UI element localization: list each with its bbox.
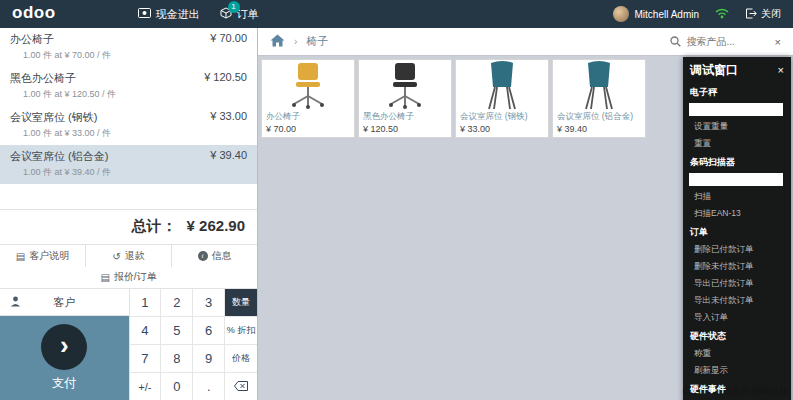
product-card[interactable]: 办公椅子 ¥ 70.00: [261, 59, 355, 138]
breadcrumb: › 椅子 ×: [258, 28, 793, 56]
avatar: [613, 6, 629, 22]
home-icon[interactable]: [270, 33, 285, 51]
total-value: ¥ 262.90: [187, 217, 245, 234]
numpad-key-2[interactable]: 2: [161, 289, 193, 317]
product-price: ¥ 33.00: [456, 123, 548, 137]
numpad-mode-discount[interactable]: % 折扣: [225, 317, 257, 345]
delete-paid-orders-button[interactable]: 删除已付款订单: [683, 241, 791, 258]
numpad-key-9[interactable]: 9: [193, 345, 225, 373]
numpad-key-6[interactable]: 6: [193, 317, 225, 345]
numpad-mode-price[interactable]: 价格: [225, 345, 257, 373]
numpad-key-8[interactable]: 8: [161, 345, 193, 373]
line-detail: 1.00 件 at ¥ 120.50 / 件: [10, 88, 247, 101]
product-card[interactable]: 会议室席位 (铝合金) ¥ 39.40: [552, 59, 646, 138]
numpad-key-0[interactable]: 0: [161, 373, 193, 400]
search-input[interactable]: [687, 36, 769, 47]
refund-icon: ↺: [112, 251, 120, 262]
close-session-button[interactable]: 关闭: [745, 7, 781, 21]
numpad: 1 2 3 数量 4 5 6 % 折扣 7 8 9 价格 +/- 0 .: [129, 289, 258, 400]
debug-window: 调试窗口 × 电子秤 设置重量 重置 条码扫描器 扫描 扫描EAN-13 订单 …: [683, 57, 791, 400]
breadcrumb-separator-icon: ›: [294, 36, 297, 47]
debug-close-icon[interactable]: ×: [778, 65, 784, 76]
scan-button[interactable]: 扫描: [683, 188, 791, 205]
product-searchbox: ×: [670, 33, 781, 51]
debug-section-barcode-scanner: 条码扫描器: [683, 152, 791, 171]
order-line[interactable]: 办公椅子¥ 70.00 1.00 件 at ¥ 70.00 / 件: [0, 28, 257, 67]
product-image-conference-chair-aluminium: [553, 60, 645, 111]
product-price: ¥ 39.40: [553, 123, 645, 137]
order-line[interactable]: 黑色办公椅子¥ 120.50 1.00 件 at ¥ 120.50 / 件: [0, 67, 257, 106]
orders-button[interactable]: 1 订单: [220, 7, 259, 22]
line-price: ¥ 39.40: [210, 149, 247, 164]
line-detail: 1.00 件 at ¥ 39.40 / 件: [10, 166, 247, 179]
order-line[interactable]: 会议室席位 (钢铁)¥ 33.00 1.00 件 at ¥ 33.00 / 件: [0, 106, 257, 145]
customer-note-icon: ▤: [16, 251, 25, 262]
customer-note-button[interactable]: ▤ 客户说明: [0, 245, 85, 267]
customer-button[interactable]: 客户: [0, 289, 129, 316]
info-button[interactable]: i 信息: [171, 245, 257, 267]
numpad-backspace-button[interactable]: [225, 373, 257, 400]
numpad-mode-quantity[interactable]: 数量: [225, 289, 257, 317]
line-price: ¥ 120.50: [204, 71, 247, 86]
line-product-name: 黑色办公椅子: [10, 71, 76, 86]
product-price: ¥ 70.00: [262, 123, 354, 137]
export-unpaid-orders-button[interactable]: 导出未付款订单: [683, 292, 791, 309]
debug-section-orders: 订单: [683, 222, 791, 241]
refund-button[interactable]: ↺ 退款: [85, 245, 171, 267]
numpad-key-7[interactable]: 7: [130, 345, 162, 373]
backspace-icon: [234, 379, 248, 394]
order-total: 总计：¥ 262.90: [0, 209, 257, 244]
import-orders-button[interactable]: 导入订单: [683, 309, 791, 326]
quotation-order-icon: ▤: [100, 272, 109, 283]
numpad-key-1[interactable]: 1: [130, 289, 162, 317]
set-weight-button[interactable]: 设置重量: [683, 118, 791, 135]
numpad-key-plus-minus[interactable]: +/-: [130, 373, 162, 400]
search-clear-icon[interactable]: ×: [775, 36, 781, 48]
pay-arrow-icon: ›: [41, 324, 87, 370]
product-card[interactable]: 会议室席位 (钢铁) ¥ 33.00: [455, 59, 549, 138]
info-icon: i: [198, 251, 208, 261]
line-price: ¥ 70.00: [210, 32, 247, 47]
line-product-name: 办公椅子: [10, 32, 54, 47]
product-image-black-office-chair: [359, 60, 451, 111]
user-name: Mitchell Admin: [635, 9, 699, 20]
debug-section-hardware-events: 硬件事件: [683, 379, 791, 398]
weighing-status[interactable]: 称重: [683, 345, 791, 362]
line-price: ¥ 33.00: [210, 110, 247, 125]
breadcrumb-category[interactable]: 椅子: [306, 34, 328, 49]
scan-ean13-button[interactable]: 扫描EAN-13: [683, 205, 791, 222]
refresh-display-button[interactable]: 刷新显示: [683, 362, 791, 379]
cash-icon: [138, 8, 151, 20]
orders-count-badge: 1: [228, 1, 240, 13]
order-line-selected[interactable]: 会议室席位 (铝合金)¥ 39.40 1.00 件 at ¥ 39.40 / 件: [0, 145, 257, 184]
product-card[interactable]: 黑色办公椅子 ¥ 120.50: [358, 59, 452, 138]
cash-in-out-button[interactable]: 现金进出: [138, 7, 200, 22]
numpad-key-4[interactable]: 4: [130, 317, 162, 345]
barcode-input[interactable]: [689, 173, 783, 186]
orders-label: 订单: [237, 7, 259, 22]
pay-button[interactable]: › 支付: [0, 316, 129, 400]
line-product-name: 会议室席位 (钢铁): [10, 110, 97, 125]
wifi-status-icon[interactable]: [715, 8, 729, 21]
debug-section-electronic-scale: 电子秤: [683, 82, 791, 101]
quotation-order-button[interactable]: ▤ 报价/订单: [0, 267, 257, 288]
line-detail: 1.00 件 at ¥ 33.00 / 件: [10, 127, 247, 140]
odoo-logo: odoo: [0, 3, 68, 25]
customer-icon: [10, 296, 21, 309]
user-menu[interactable]: Mitchell Admin: [613, 6, 699, 22]
debug-window-title: 调试窗口: [690, 62, 738, 79]
order-lines: 办公椅子¥ 70.00 1.00 件 at ¥ 70.00 / 件 黑色办公椅子…: [0, 28, 257, 209]
pay-label: 支付: [52, 375, 76, 392]
line-detail: 1.00 件 at ¥ 70.00 / 件: [10, 49, 247, 62]
delete-unpaid-orders-button[interactable]: 删除未付款订单: [683, 258, 791, 275]
reset-weight-button[interactable]: 重置: [683, 135, 791, 152]
export-paid-orders-button[interactable]: 导出已付款订单: [683, 275, 791, 292]
weight-input[interactable]: [689, 103, 783, 116]
product-price: ¥ 120.50: [359, 123, 451, 137]
numpad-key-3[interactable]: 3: [193, 289, 225, 317]
numpad-key-dot[interactable]: .: [193, 373, 225, 400]
product-name: 黑色办公椅子: [359, 111, 451, 123]
cash-in-out-label: 现金进出: [156, 7, 200, 22]
numpad-key-5[interactable]: 5: [161, 317, 193, 345]
top-header: odoo 现金进出 1 订单 Mitchell Admin: [0, 0, 793, 28]
